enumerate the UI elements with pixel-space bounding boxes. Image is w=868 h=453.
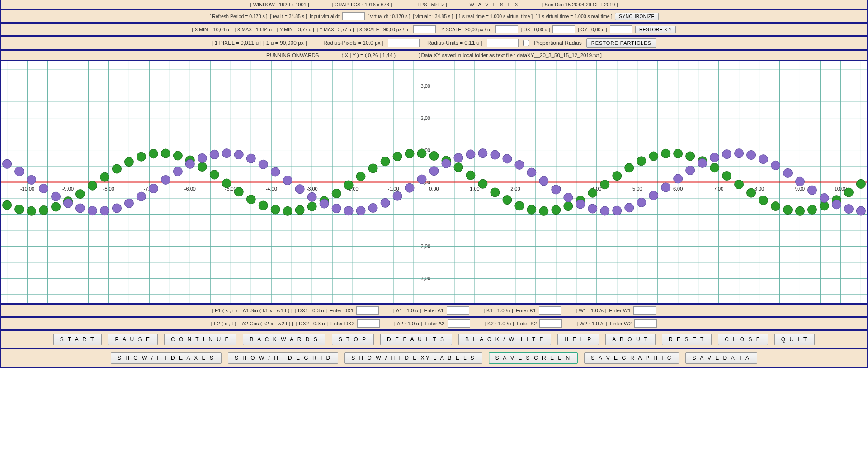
f1-dx: [ DX1 : 0.3 u ]: [295, 308, 327, 313]
fps: [ FPS : 59 Hz ]: [415, 2, 447, 7]
radius-px: [ Radius-Pixels = 10.0 px ]: [321, 40, 384, 46]
svg-point-146: [722, 171, 731, 180]
start-button[interactable]: S T A R T: [53, 334, 102, 345]
ox: [ OX : 0,00 u ]: [521, 27, 550, 32]
svg-point-120: [405, 149, 414, 158]
svg-point-190: [381, 198, 390, 207]
app-title: W A V E S F X: [470, 2, 519, 7]
yscale-input[interactable]: [495, 25, 518, 33]
svg-text:-1,00: -1,00: [388, 186, 399, 191]
svg-text:-6,00: -6,00: [184, 186, 196, 191]
svg-point-106: [234, 187, 243, 196]
svg-point-184: [307, 192, 316, 201]
synchronize-button[interactable]: SYNCHRONIZE: [615, 13, 658, 20]
svg-point-129: [515, 201, 524, 210]
restore-xy-button[interactable]: RESTORE X Y: [635, 26, 676, 33]
save-graphic-button[interactable]: S A V E G R A P H I C: [584, 352, 679, 364]
svg-point-121: [417, 149, 426, 158]
svg-point-114: [332, 189, 341, 198]
oy-input[interactable]: [610, 25, 632, 33]
f2-equation: [ F2 ( x , t ) = A2 Cos ( k2 x - w2 t ) …: [211, 321, 293, 326]
xscale-input[interactable]: [413, 25, 436, 33]
svg-point-100: [161, 149, 170, 158]
radius-u: [ Radius-Units = 0,11 u ]: [424, 40, 482, 46]
close-button[interactable]: C L O S E: [718, 334, 768, 345]
svg-point-111: [295, 205, 304, 215]
virtual-t: [ virtual t : 34.85 s ]: [413, 14, 453, 19]
pause-button[interactable]: P A U S E: [108, 334, 157, 345]
quit-button[interactable]: Q U I T: [774, 334, 815, 345]
svg-point-176: [210, 150, 219, 159]
svg-point-178: [234, 150, 243, 159]
svg-point-220: [747, 151, 756, 160]
save-data-button[interactable]: S A V E D A T A: [685, 352, 757, 364]
svg-text:-3,00: -3,00: [307, 186, 318, 191]
oy: [ OY : 0,00 u ]: [578, 27, 607, 32]
f1-w-input[interactable]: [633, 306, 656, 315]
toggle-axes-button[interactable]: S H O W / H I D E A X E S: [111, 352, 222, 364]
save-path: [ Data XY saved in local folder as text …: [418, 52, 602, 58]
f1-a-input[interactable]: [447, 306, 469, 315]
reset-button[interactable]: R E S E T: [662, 334, 712, 345]
svg-point-160: [15, 167, 24, 176]
radius-u-input[interactable]: [487, 39, 519, 47]
yscale: [ Y SCALE : 90,00 px / u ]: [439, 27, 492, 32]
svg-point-130: [527, 205, 536, 214]
restore-particles-button[interactable]: RESTORE PARTICLES: [586, 38, 656, 48]
svg-point-225: [807, 186, 816, 195]
svg-point-165: [75, 204, 85, 213]
save-screen-button[interactable]: S A V E S C R E E N: [489, 352, 578, 364]
blackwhite-button[interactable]: B L A C K / W H I T E: [458, 334, 551, 345]
toggle-grid-button[interactable]: S H O W / H I D E G R I D: [228, 352, 338, 364]
svg-point-195: [442, 159, 451, 168]
proportional-radius-checkbox[interactable]: [523, 40, 529, 46]
f2-k-input[interactable]: [539, 319, 562, 328]
plot-canvas[interactable]: -10,00-9,00-8,00-7,00-6,00-5,00-4,00-3,0…: [0, 61, 868, 305]
svg-point-214: [674, 174, 683, 183]
stop-button[interactable]: S T O P: [332, 334, 374, 345]
svg-point-126: [478, 179, 487, 188]
svg-point-179: [246, 154, 255, 163]
f2-dx-input[interactable]: [357, 319, 380, 328]
header-bar: [ WINDOW : 868 x 453 ] [ GRAPHICS : 19…: [0, 0, 868, 10]
continue-button[interactable]: C O N T I N U E: [164, 334, 237, 345]
toggle-xy-labels-button[interactable]: S H O W / H I D E XY L A B E L S: [344, 352, 482, 364]
svg-point-196: [454, 153, 463, 162]
f1-k-input[interactable]: [539, 306, 561, 315]
svg-point-227: [832, 200, 841, 209]
f1-equation: [ F1 ( x , t ) = A1 Sin ( k1 x - w1 t ) …: [212, 308, 292, 313]
svg-point-98: [137, 152, 146, 161]
timing-bar: [ Refresh Period = 0.170 s ] [ real t = …: [0, 10, 868, 24]
help-button[interactable]: H E L P: [557, 334, 599, 345]
proportional-radius-label: Proportional Radius: [534, 40, 581, 46]
svg-point-186: [332, 204, 341, 213]
f2-a-input[interactable]: [448, 319, 470, 328]
svg-text:2,00: 2,00: [510, 186, 520, 191]
f2-enter-k-label: Enter K2: [517, 321, 537, 326]
svg-point-108: [259, 201, 268, 210]
f1-dx-input[interactable]: [356, 306, 379, 315]
svg-text:2,00: 2,00: [421, 115, 430, 121]
svg-point-209: [613, 206, 622, 215]
svg-point-212: [649, 191, 658, 200]
svg-point-200: [503, 154, 512, 163]
svg-point-187: [344, 206, 353, 215]
svg-point-164: [64, 199, 73, 208]
ox-input[interactable]: [552, 25, 575, 33]
backwards-button[interactable]: B A C K W A R D S: [243, 334, 325, 345]
radius-px-input[interactable]: [388, 39, 420, 47]
svg-point-222: [771, 161, 780, 170]
input-virtual-dt[interactable]: [342, 12, 365, 20]
svg-point-199: [491, 150, 500, 159]
svg-point-173: [173, 167, 182, 176]
about-button[interactable]: A B O U T: [605, 334, 656, 345]
f1-bar: [ F1 ( x , t ) = A1 Sin ( k1 x - w1 t ) …: [0, 305, 868, 318]
svg-point-141: [661, 149, 670, 158]
running-status: RUNNING ONWARDS: [266, 52, 319, 58]
svg-point-139: [637, 157, 646, 166]
svg-point-96: [112, 164, 121, 173]
defaults-button[interactable]: D E F A U L T S: [380, 334, 452, 345]
svg-point-143: [686, 152, 695, 161]
f2-w-input[interactable]: [634, 319, 657, 328]
svg-point-204: [552, 185, 561, 194]
